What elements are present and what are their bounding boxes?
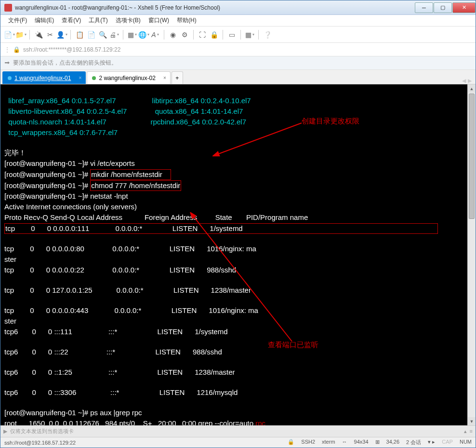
netstat-row: tcp6 0 0 ::1:25 :::* LISTEN 1238/master <box>4 368 235 376</box>
separator <box>29 30 30 40</box>
open-session-icon[interactable]: 📁 <box>16 30 26 40</box>
tab-add-button[interactable]: + <box>172 71 183 84</box>
netstat-row: ster <box>4 317 16 325</box>
menu-tab[interactable]: 选项卡(B) <box>112 16 145 25</box>
pkg-line: quota-nls.noarch 1:4.01-14.el7 rpcbind.x… <box>4 118 246 126</box>
status-cap: CAP <box>442 439 453 446</box>
tab-label: 2 wangrufienglinux-02 <box>99 75 155 81</box>
send-text: 仅将文本发送到当前选项卡 <box>10 428 74 435</box>
disconnect-icon[interactable]: ✂ <box>45 30 55 40</box>
web-icon[interactable]: 🌐 <box>139 30 148 40</box>
svg-line-0 <box>217 123 302 154</box>
netstat-row: ster <box>4 255 16 263</box>
status-connection: ssh://root@192.168.57.129:22 <box>4 440 288 446</box>
tab-session-1[interactable]: 1 wangruifenglinux-01 × <box>2 71 86 84</box>
compose-icon[interactable]: ▭ <box>227 30 237 40</box>
separator <box>164 30 164 40</box>
scroll-thumb[interactable] <box>469 94 475 219</box>
app-icon <box>4 4 12 12</box>
copy-icon[interactable]: 📋 <box>75 30 84 40</box>
netstat-row-highlighted: tcp 0 0 0.0.0.0:111 0.0.0.0:* LISTEN 1/s… <box>4 223 438 234</box>
send-bar[interactable]: ▶ 仅将文本发送到当前选项卡 ▴ ≡ <box>0 425 476 437</box>
toolbar: 📄 📁 🔌 ✂ 👤 📋 📄 🔍 🖨 ▦ 🌐 A ◉ ⚙ ⛶ 🔒 ▭ ▦ ❔ <box>0 27 476 43</box>
tab-close-icon[interactable]: × <box>163 75 166 81</box>
app-window: wangruifenglinux-01 - root@wangruifeng-0… <box>0 0 476 448</box>
address-text[interactable]: ssh://root:********@192.168.57.129:22 <box>23 46 120 53</box>
add-session-icon[interactable]: ⮕ <box>4 60 10 67</box>
status-combo-icon[interactable]: ▾ ▸ <box>428 439 435 446</box>
fullscreen-icon[interactable]: ⛶ <box>198 30 207 40</box>
xforward-icon[interactable]: ⚙ <box>180 30 189 40</box>
tab-nav: ◀ ▶ <box>462 78 472 84</box>
cmd-ps: ps aux |grep rpc <box>90 408 142 417</box>
cmd-vi: vi /etc/exports <box>90 159 135 167</box>
tab-close-icon[interactable]: × <box>79 75 82 81</box>
scroll-track[interactable] <box>468 93 476 417</box>
menu-help[interactable]: 帮助(H) <box>173 16 200 25</box>
tab-prev-icon[interactable]: ◀ <box>462 78 466 84</box>
netstat-row: tcp 0 0 0.0.0.0:80 0.0.0.0:* LISTEN 1016… <box>4 244 256 253</box>
prompt: [root@wangruifeng-01 ~]# <box>4 408 90 417</box>
scroll-down-icon[interactable]: ▼ <box>468 417 476 425</box>
terminal[interactable]: libref_array.x86_64 0:0.1.5-27.el7 libti… <box>0 84 476 425</box>
find-icon[interactable]: 🔍 <box>98 30 107 40</box>
addressbar: ⋮ 🔒 ssh://root:********@192.168.57.129:2… <box>0 43 476 56</box>
menu-tools[interactable]: 工具(T) <box>85 16 111 25</box>
ssh-lock-icon: 🔒 <box>13 46 20 53</box>
cmd-netstat: netstat -lnpt <box>90 192 128 200</box>
menu-edit[interactable]: 编辑(E) <box>31 16 58 25</box>
addressbar-dots-icon[interactable]: ⋮ <box>4 46 10 53</box>
ps-output: root 1650 0.0 0.0 112676 984 pts/0 S+ 20… <box>4 419 255 425</box>
sendbar-menu-icon[interactable]: ≡ <box>470 428 473 434</box>
status-size-icon: ↔ <box>342 439 347 446</box>
help-icon[interactable]: ❔ <box>263 30 272 40</box>
tile-icon[interactable]: ▦ <box>245 30 254 40</box>
profile-icon[interactable]: 👤 <box>57 30 66 40</box>
status-ssh: SSH2 <box>301 439 315 446</box>
scrollbar[interactable]: ▲ ▼ <box>467 84 476 425</box>
print-icon[interactable]: 🖨 <box>109 30 119 40</box>
tab-status-dot-icon <box>8 76 12 80</box>
annotation-create-dir: 创建目录更改权限 <box>302 116 359 126</box>
tab-next-icon[interactable]: ▶ <box>468 78 472 84</box>
layout-icon[interactable]: ▦ <box>127 30 137 40</box>
separator <box>240 30 241 40</box>
pkg-line: libverto-libevent.x86_64 0:0.2.5-4.el7 q… <box>4 107 243 115</box>
new-session-icon[interactable]: 📄 <box>4 30 14 40</box>
netstat-row: tcp6 0 0 :::111 :::* LISTEN 1/systemd <box>4 327 228 336</box>
svg-line-1 <box>193 216 292 341</box>
status-sessions: 2 会话 <box>406 439 421 446</box>
netstat-row: tcp 0 0 0.0.0.0:443 0.0.0.0:* LISTEN 101… <box>4 306 258 314</box>
tab-status-dot-icon <box>92 76 96 80</box>
sendbar-up-icon[interactable]: ▴ <box>464 428 467 434</box>
statusbar: ssh://root@192.168.57.129:22 🔒 SSH2 xter… <box>0 437 476 448</box>
reconnect-icon[interactable]: 🔌 <box>34 30 43 40</box>
cmd-chmod-highlighted: chmod 777 /home/nfstestdir <box>90 180 181 191</box>
pkg-line: tcp_wrappers.x86_64 0:7.6-77.el7 <box>4 128 118 136</box>
menu-window[interactable]: 窗口(W) <box>145 16 173 25</box>
xagent-icon[interactable]: ◉ <box>168 30 178 40</box>
terminal-wrap: libref_array.x86_64 0:0.1.5-27.el7 libti… <box>0 84 476 425</box>
font-icon[interactable]: A <box>150 30 160 40</box>
status-term: xterm <box>322 439 335 446</box>
done-text: 完毕！ <box>4 149 26 157</box>
close-button[interactable]: ✕ <box>452 2 476 13</box>
netstat-row: tcp6 0 0 :::22 :::* LISTEN 988/sshd <box>4 348 222 356</box>
lock-icon[interactable]: 🔒 <box>209 30 219 40</box>
maximize-button[interactable]: ▢ <box>434 2 452 13</box>
infobar: ⮕ 要添加当前会话，点击左侧的箭头按钮。 <box>0 56 476 70</box>
separator <box>193 30 194 40</box>
menubar: 文件(F) 编辑(E) 查看(V) 工具(T) 选项卡(B) 窗口(W) 帮助(… <box>0 15 476 27</box>
menu-view[interactable]: 查看(V) <box>58 16 85 25</box>
scroll-up-icon[interactable]: ▲ <box>468 84 476 93</box>
paste-icon[interactable]: 📄 <box>86 30 96 40</box>
menu-file[interactable]: 文件(F) <box>4 16 31 25</box>
send-icon: ▶ <box>3 428 7 434</box>
sendbar-right: ▴ ≡ <box>464 428 473 434</box>
tab-session-2[interactable]: 2 wangrufienglinux-02 × <box>87 71 170 84</box>
netstat-row: tcp 0 0 0.0.0.0:22 0.0.0.0:* LISTEN 988/… <box>4 266 236 274</box>
status-pos-icon: ⊞ <box>375 439 380 446</box>
minimize-button[interactable]: ─ <box>415 2 433 13</box>
pkg-line: libref_array.x86_64 0:0.1.5-27.el7 libti… <box>4 96 251 105</box>
status-size: 94x34 <box>354 439 369 446</box>
